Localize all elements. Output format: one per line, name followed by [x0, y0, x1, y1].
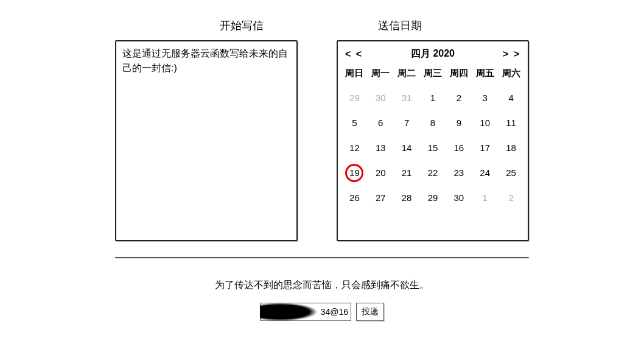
- calendar-day[interactable]: 26: [341, 185, 368, 210]
- letter-textarea[interactable]: 这是通过无服务器云函数写给未来的自己的一封信:): [115, 40, 298, 241]
- calendar-day[interactable]: 18: [498, 135, 524, 160]
- calendar-day[interactable]: 7: [394, 110, 420, 135]
- calendar: < < 四月 2020 > > 周日周一周二周三周四周五周六 293031123…: [337, 40, 529, 241]
- calendar-day[interactable]: 5: [341, 110, 368, 135]
- calendar-day[interactable]: 4: [498, 85, 524, 110]
- calendar-day[interactable]: 8: [420, 110, 446, 135]
- calendar-day[interactable]: 15: [420, 135, 446, 160]
- calendar-day[interactable]: 9: [446, 110, 472, 135]
- calendar-day[interactable]: 17: [472, 135, 498, 160]
- calendar-weekday: 周一: [368, 64, 394, 85]
- calendar-day[interactable]: 23: [446, 160, 472, 185]
- calendar-day[interactable]: 14: [394, 135, 420, 160]
- calendar-day[interactable]: 3: [472, 85, 498, 110]
- calendar-day[interactable]: 19: [341, 160, 368, 185]
- email-input[interactable]: [260, 303, 351, 321]
- calendar-day[interactable]: 20: [368, 160, 394, 185]
- calendar-prev-button[interactable]: < <: [345, 49, 363, 60]
- calendar-day[interactable]: 30: [368, 85, 394, 110]
- calendar-next-button[interactable]: > >: [503, 49, 520, 60]
- calendar-weekday: 周六: [498, 64, 524, 85]
- calendar-day[interactable]: 11: [498, 110, 524, 135]
- calendar-day[interactable]: 2: [446, 85, 472, 110]
- quote-text: 为了传达不到的思念而苦恼，只会感到痛不欲生。: [0, 279, 644, 292]
- divider: [115, 257, 529, 258]
- letter-heading: 开始写信: [164, 18, 320, 33]
- calendar-day[interactable]: 21: [394, 160, 420, 185]
- calendar-day[interactable]: 22: [420, 160, 446, 185]
- calendar-day[interactable]: 29: [341, 85, 368, 110]
- calendar-weekday: 周五: [472, 64, 498, 85]
- calendar-day[interactable]: 16: [446, 135, 472, 160]
- calendar-day[interactable]: 29: [420, 185, 446, 210]
- calendar-day[interactable]: 25: [498, 160, 524, 185]
- calendar-day[interactable]: 31: [394, 85, 420, 110]
- calendar-day[interactable]: 1: [420, 85, 446, 110]
- calendar-day[interactable]: 12: [341, 135, 368, 160]
- calendar-day[interactable]: 30: [446, 185, 472, 210]
- calendar-weekday: 周四: [446, 64, 472, 85]
- calendar-day[interactable]: 28: [394, 185, 420, 210]
- calendar-weekday: 周日: [341, 64, 368, 85]
- calendar-day[interactable]: 2: [498, 185, 524, 210]
- calendar-day[interactable]: 24: [472, 160, 498, 185]
- date-heading: 送信日期: [320, 18, 480, 33]
- send-button[interactable]: 投递: [356, 303, 384, 321]
- calendar-day[interactable]: 10: [472, 110, 498, 135]
- calendar-weekday: 周三: [420, 64, 446, 85]
- calendar-day[interactable]: 6: [368, 110, 394, 135]
- calendar-day[interactable]: 27: [368, 185, 394, 210]
- calendar-day[interactable]: 13: [368, 135, 394, 160]
- today-indicator-icon: [345, 163, 364, 182]
- calendar-day[interactable]: 1: [472, 185, 498, 210]
- calendar-weekday: 周二: [394, 64, 420, 85]
- calendar-title: 四月 2020: [411, 48, 455, 60]
